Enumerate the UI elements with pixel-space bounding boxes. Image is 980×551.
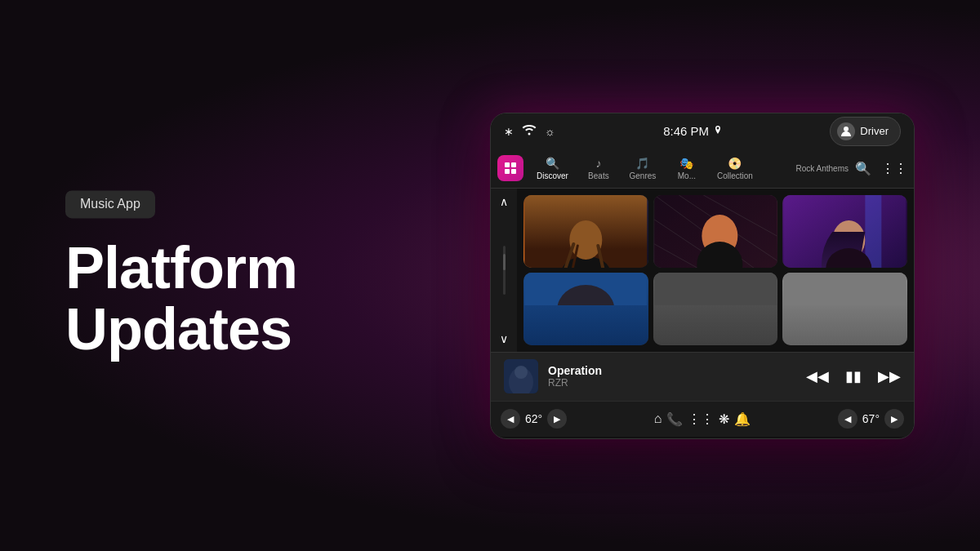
scroll-down-button[interactable]: ∨ bbox=[500, 332, 508, 345]
beats-icon: ♪ bbox=[595, 157, 601, 170]
home-icon[interactable]: ⌂ bbox=[654, 411, 662, 426]
rock-anthems-banner: Rock Anthems bbox=[763, 164, 852, 173]
genres-icon: 🎵 bbox=[635, 157, 649, 170]
temp-right-value: 67° bbox=[862, 412, 880, 425]
temp-left-down-button[interactable]: ◀ bbox=[501, 409, 520, 429]
tab-discover[interactable]: 🔍 Discover bbox=[530, 153, 575, 184]
scroll-indicator bbox=[503, 246, 506, 295]
now-playing-bar: Operation RZR ◀◀ ▮▮ ▶▶ bbox=[491, 352, 914, 401]
temp-right-up-button[interactable]: ▶ bbox=[884, 409, 904, 429]
svg-rect-25 bbox=[654, 273, 777, 305]
svg-rect-26 bbox=[784, 273, 906, 305]
temp-left-up-button[interactable]: ▶ bbox=[547, 409, 567, 429]
phone-icon[interactable]: 📞 bbox=[666, 411, 683, 427]
svg-point-7 bbox=[569, 220, 602, 260]
music-card-row2-1[interactable] bbox=[523, 273, 648, 345]
car-ui-panel: ∗ ☼ 8:46 PM Driver bbox=[490, 113, 915, 439]
temp-right-group: ◀ 67° ▶ bbox=[838, 409, 904, 429]
now-playing-thumbnail bbox=[504, 359, 538, 393]
keypad-icon[interactable]: ⋮⋮ bbox=[688, 411, 714, 427]
tab-beats[interactable]: ♪ Beats bbox=[578, 153, 619, 184]
left-section: Music App Platform Updates bbox=[65, 190, 297, 361]
playback-controls: ◀◀ ▮▮ ▶▶ bbox=[806, 367, 901, 385]
rnb-card-image bbox=[653, 195, 778, 268]
music-card-chilled[interactable]: Chilled Beats bbox=[782, 195, 907, 268]
music-card-pop[interactable]: Pop bbox=[523, 195, 648, 268]
scroll-up-button[interactable]: ∧ bbox=[500, 195, 508, 208]
system-bar: ◀ 62° ▶ ⌂ 📞 ⋮⋮ ❋ 🔔 ◀ 67° ▶ bbox=[491, 401, 914, 437]
row2-card1-image bbox=[523, 273, 648, 345]
tab-collection[interactable]: 📀 Collection bbox=[710, 153, 760, 184]
row2-card2-image bbox=[653, 273, 778, 345]
fan-icon[interactable]: ❋ bbox=[719, 411, 729, 427]
bluetooth-icon: ∗ bbox=[504, 125, 514, 138]
nav-tabs: 🔍 Discover ♪ Beats 🎵 Genres 🎭 Mo... 📀 Co… bbox=[491, 149, 914, 189]
track-title: Operation bbox=[548, 364, 806, 377]
app-badge: Music App bbox=[65, 190, 155, 218]
grid-icon[interactable]: ⋮⋮ bbox=[881, 161, 907, 176]
tab-genres[interactable]: 🎵 Genres bbox=[622, 153, 663, 184]
next-button[interactable]: ▶▶ bbox=[878, 367, 901, 385]
now-playing-info: Operation RZR bbox=[548, 364, 806, 389]
search-icon[interactable]: 🔍 bbox=[855, 161, 871, 176]
main-title: Platform Updates bbox=[65, 238, 297, 361]
wifi-icon bbox=[522, 124, 537, 138]
driver-button[interactable]: Driver bbox=[830, 117, 901, 146]
svg-rect-3 bbox=[505, 169, 510, 174]
svg-point-29 bbox=[514, 366, 528, 379]
status-bar: ∗ ☼ 8:46 PM Driver bbox=[491, 113, 914, 149]
system-icons-group: ⌂ 📞 ⋮⋮ ❋ 🔔 bbox=[654, 411, 751, 427]
nav-right-icons: 🔍 ⋮⋮ bbox=[855, 161, 907, 176]
svg-rect-4 bbox=[511, 169, 516, 174]
scroll-controls: ∧ ∨ bbox=[491, 189, 517, 352]
music-card-rnb[interactable]: New R&B bbox=[653, 195, 778, 268]
pop-card-image bbox=[523, 195, 648, 268]
brightness-icon: ☼ bbox=[545, 125, 555, 138]
status-time: 8:46 PM bbox=[663, 124, 722, 138]
music-card-row2-2[interactable] bbox=[653, 273, 778, 345]
discover-search-icon: 🔍 bbox=[546, 157, 559, 170]
track-artist: RZR bbox=[548, 377, 806, 389]
np-thumb-bg bbox=[504, 359, 538, 393]
prev-button[interactable]: ◀◀ bbox=[806, 367, 829, 385]
moods-icon: 🎭 bbox=[679, 157, 693, 170]
temp-right-down-button[interactable]: ◀ bbox=[838, 409, 858, 429]
music-grid: Pop bbox=[517, 189, 914, 352]
tab-moods[interactable]: 🎭 Mo... bbox=[666, 153, 707, 184]
temp-left-value: 62° bbox=[525, 412, 542, 425]
music-card-row2-3[interactable] bbox=[782, 273, 907, 345]
temp-left-group: ◀ 62° ▶ bbox=[501, 409, 567, 429]
svg-rect-20 bbox=[866, 195, 882, 268]
chilled-card-image bbox=[782, 195, 907, 268]
app-logo[interactable] bbox=[497, 155, 523, 181]
collection-icon: 📀 bbox=[728, 157, 742, 170]
pause-button[interactable]: ▮▮ bbox=[845, 367, 862, 385]
bell-icon[interactable]: 🔔 bbox=[734, 411, 751, 427]
svg-point-0 bbox=[844, 127, 849, 131]
status-icons: ∗ ☼ bbox=[504, 124, 555, 138]
driver-avatar bbox=[837, 122, 855, 140]
scroll-thumb bbox=[503, 254, 506, 270]
row2-card3-image bbox=[782, 273, 907, 345]
svg-rect-2 bbox=[511, 162, 516, 167]
main-content: ∧ ∨ bbox=[491, 189, 914, 352]
svg-rect-1 bbox=[505, 162, 510, 167]
